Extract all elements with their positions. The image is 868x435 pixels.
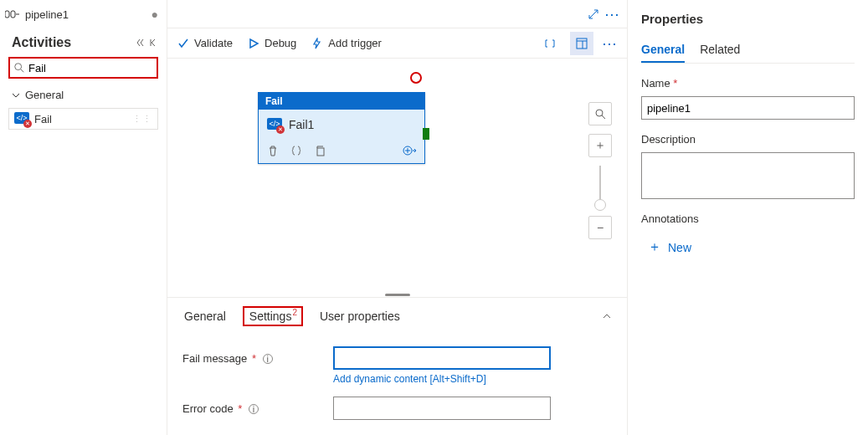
add-annotation-button[interactable]: ＋ New bbox=[641, 235, 698, 259]
properties-toggle-button[interactable] bbox=[570, 32, 593, 55]
zoom-controls: ＋ − bbox=[588, 102, 612, 239]
activity-search-input[interactable] bbox=[25, 62, 169, 74]
zoom-in-button[interactable]: ＋ bbox=[588, 134, 612, 157]
svg-rect-3 bbox=[577, 38, 587, 49]
fail-message-input[interactable] bbox=[333, 346, 551, 370]
window-top-bar: ⋯ bbox=[167, 0, 627, 28]
info-icon[interactable]: i bbox=[249, 404, 259, 414]
properties-tab-related[interactable]: Related bbox=[700, 38, 740, 63]
activities-panel: pipeline1 ● Activities bbox=[0, 0, 167, 435]
debug-label: Debug bbox=[265, 37, 296, 49]
node-type-label: Fail bbox=[259, 93, 424, 110]
settings-error-badge: 2 bbox=[292, 308, 297, 317]
selection-marker bbox=[410, 72, 422, 84]
pipeline-description-input[interactable] bbox=[641, 152, 855, 199]
unsaved-dot-icon: ● bbox=[152, 8, 158, 21]
add-trigger-label: Add trigger bbox=[328, 37, 382, 49]
svg-point-6 bbox=[596, 110, 603, 116]
copy-icon[interactable] bbox=[314, 145, 326, 156]
canvas-node-fail[interactable]: Fail </> ✕ Fail1 bbox=[258, 92, 425, 164]
code-view-button[interactable] bbox=[538, 32, 562, 55]
info-icon[interactable]: i bbox=[263, 354, 273, 364]
tab-settings[interactable]: Settings2 bbox=[243, 306, 303, 326]
add-trigger-button[interactable]: Add trigger bbox=[311, 37, 382, 49]
pipeline-icon bbox=[5, 9, 20, 19]
zoom-fit-button[interactable] bbox=[588, 102, 612, 125]
braces-icon[interactable] bbox=[290, 145, 302, 156]
toolbar-more-icon[interactable]: ⋯ bbox=[602, 34, 617, 53]
collapse-bottom-panel-icon[interactable] bbox=[602, 311, 612, 321]
activity-item-fail[interactable]: </> ✕ Fail ⋮⋮ bbox=[8, 108, 158, 130]
debug-button[interactable]: Debug bbox=[248, 37, 296, 49]
zoom-out-button[interactable]: − bbox=[588, 216, 612, 239]
fail-activity-icon: </> ✕ bbox=[14, 112, 29, 125]
svg-rect-4 bbox=[317, 148, 324, 156]
pipeline-tab[interactable]: pipeline1 ● bbox=[0, 0, 167, 28]
collapse-panel-icon[interactable] bbox=[148, 38, 158, 48]
add-annotation-label: New bbox=[668, 241, 691, 254]
pipeline-canvas[interactable]: Fail </> ✕ Fail1 bbox=[167, 59, 627, 292]
activity-item-label: Fail bbox=[34, 113, 52, 125]
tab-user-properties[interactable]: User properties bbox=[318, 306, 402, 326]
properties-heading: Properties bbox=[641, 12, 855, 26]
svg-rect-1 bbox=[11, 11, 15, 18]
zoom-slider[interactable] bbox=[599, 166, 601, 207]
error-code-label: Error code bbox=[182, 402, 234, 415]
name-field-label: Name bbox=[641, 77, 670, 90]
tab-settings-label: Settings bbox=[249, 310, 292, 323]
validate-button[interactable]: Validate bbox=[177, 37, 233, 49]
validate-label: Validate bbox=[194, 37, 233, 49]
search-icon bbox=[13, 62, 25, 74]
properties-tab-general[interactable]: General bbox=[641, 38, 685, 63]
add-dynamic-content-link[interactable]: Add dynamic content [Alt+Shift+D] bbox=[333, 373, 612, 385]
properties-panel: Properties General Related Name * Descri… bbox=[627, 0, 868, 435]
drag-handle-icon[interactable]: ⋮⋮ bbox=[132, 114, 152, 125]
pipeline-toolbar: Validate Debug Add trigger ⋯ bbox=[167, 28, 627, 59]
collapse-double-icon[interactable] bbox=[136, 38, 146, 48]
success-output-port[interactable] bbox=[423, 128, 429, 140]
description-field-label: Description bbox=[641, 133, 855, 146]
zoom-slider-handle[interactable] bbox=[594, 199, 606, 211]
node-name-label: Fail1 bbox=[289, 118, 314, 131]
add-output-icon[interactable] bbox=[403, 145, 416, 156]
activity-group-general[interactable]: General bbox=[0, 82, 167, 105]
delete-icon[interactable] bbox=[267, 145, 279, 156]
fail-message-label: Fail message bbox=[182, 352, 247, 365]
plus-icon: ＋ bbox=[648, 238, 661, 256]
more-menu-icon[interactable]: ⋯ bbox=[604, 5, 620, 23]
annotations-label: Annotations bbox=[641, 212, 855, 225]
pipeline-name-input[interactable] bbox=[641, 96, 855, 120]
svg-point-2 bbox=[15, 64, 22, 70]
svg-rect-0 bbox=[5, 11, 9, 18]
error-code-input[interactable] bbox=[333, 397, 551, 420]
pipeline-tab-title: pipeline1 bbox=[25, 8, 146, 21]
tab-general[interactable]: General bbox=[182, 306, 228, 326]
activities-heading: Activities bbox=[12, 35, 71, 50]
activity-settings-panel: General Settings2 User properties Fail m… bbox=[167, 297, 627, 435]
activity-search[interactable] bbox=[8, 57, 158, 79]
chevron-down-icon bbox=[12, 91, 20, 100]
activity-group-label: General bbox=[25, 89, 64, 101]
fail-activity-icon: </> ✕ bbox=[267, 118, 282, 131]
maximize-icon[interactable] bbox=[588, 8, 599, 20]
